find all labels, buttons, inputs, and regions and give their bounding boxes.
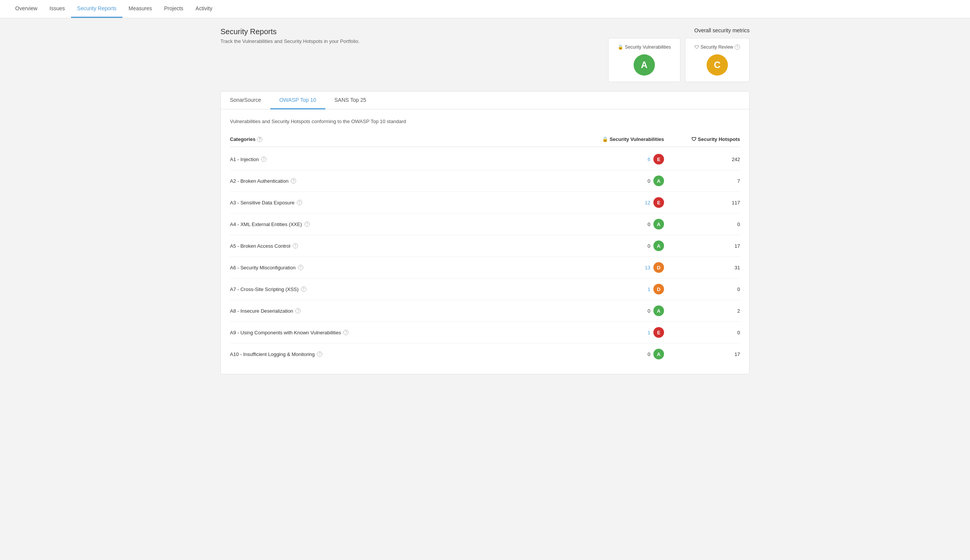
table-row: A3 - Sensitive Data Exposure ? 12 E 117 <box>230 192 740 213</box>
category-label: A10 - Insufficient Logging & Monitoring <box>230 352 315 357</box>
page-title: Security Reports <box>220 27 360 36</box>
grade-badge: D <box>653 262 664 273</box>
vuln-count[interactable]: 0 <box>641 178 650 184</box>
grade-badge: E <box>653 197 664 208</box>
hotspot-cell[interactable]: 31 <box>664 265 740 270</box>
main-content: Security Reports Track the Vulnerabiliti… <box>211 18 759 383</box>
vuln-cell: 1 D <box>565 284 664 295</box>
category-help-icon[interactable]: ? <box>291 178 296 183</box>
tab-description: Vulnerabilities and Security Hotspots co… <box>230 118 740 124</box>
category-cell: A4 - XML External Entities (XXE) ? <box>230 222 565 227</box>
hotspot-cell[interactable]: 117 <box>664 200 740 205</box>
category-help-icon[interactable]: ? <box>343 330 349 335</box>
hotspot-cell[interactable]: 242 <box>664 157 740 162</box>
vuln-count[interactable]: 0 <box>641 222 650 227</box>
nav-item-security-reports[interactable]: Security Reports <box>71 0 122 18</box>
grade-badge: A <box>653 349 664 359</box>
category-label: A2 - Broken Authentication <box>230 178 289 184</box>
vuln-cell: 13 D <box>565 262 664 273</box>
lock-icon-header: 🔒 <box>602 137 608 142</box>
grade-badge: D <box>653 284 664 295</box>
col-header-hotspots: 🛡 Security Hotspots <box>664 137 740 142</box>
category-label: A1 - Injection <box>230 157 259 162</box>
vuln-cell: 0 A <box>565 305 664 316</box>
page-header-left: Security Reports Track the Vulnerabiliti… <box>220 27 360 44</box>
category-help-icon[interactable]: ? <box>261 157 266 162</box>
hotspot-cell[interactable]: 17 <box>664 243 740 249</box>
vuln-count[interactable]: 1 <box>641 287 650 292</box>
col-header-categories: Categories ? <box>230 137 565 142</box>
vuln-count[interactable]: 0 <box>641 243 650 249</box>
metric-card-review: 🛡 Security Review ? C <box>685 38 750 82</box>
grade-badge: A <box>653 175 664 186</box>
category-cell: A9 - Using Components with Known Vulnera… <box>230 330 565 335</box>
category-cell: A10 - Insufficient Logging & Monitoring … <box>230 352 565 357</box>
categories-help-icon[interactable]: ? <box>257 137 262 142</box>
vuln-cell: 0 A <box>565 219 664 230</box>
table-row: A7 - Cross-Site Scripting (XSS) ? 1 D 0 <box>230 278 740 300</box>
tabs-header: SonarSource OWASP Top 10 SANS Top 25 <box>221 92 749 109</box>
category-label: A7 - Cross-Site Scripting (XSS) <box>230 287 299 292</box>
category-help-icon[interactable]: ? <box>304 222 310 227</box>
hotspot-cell[interactable]: 2 <box>664 308 740 314</box>
category-label: A4 - XML External Entities (XXE) <box>230 222 302 227</box>
metric-review-label: 🛡 Security Review ? <box>695 45 740 50</box>
table-row: A9 - Using Components with Known Vulnera… <box>230 322 740 343</box>
category-label: A5 - Broken Access Control <box>230 243 290 249</box>
hotspot-cell[interactable]: 0 <box>664 222 740 227</box>
grade-badge: E <box>653 327 664 338</box>
category-help-icon[interactable]: ? <box>298 265 303 270</box>
metric-vuln-grade: A <box>634 54 655 76</box>
grade-badge: E <box>653 154 664 165</box>
shield-icon-header: 🛡 <box>691 137 696 142</box>
vuln-count[interactable]: 0 <box>641 308 650 314</box>
category-label: A3 - Sensitive Data Exposure <box>230 200 295 205</box>
hotspot-cell[interactable]: 0 <box>664 330 740 335</box>
hotspot-cell[interactable]: 0 <box>664 287 740 292</box>
tab-owasp[interactable]: OWASP Top 10 <box>270 92 326 109</box>
metrics-section: Overall security metrics 🔒 Security Vuln… <box>608 27 750 82</box>
vuln-count[interactable]: 6 <box>641 157 650 162</box>
nav-item-measures[interactable]: Measures <box>122 0 158 18</box>
vuln-cell: 0 A <box>565 349 664 359</box>
vuln-count[interactable]: 0 <box>641 352 650 357</box>
metric-review-grade: C <box>706 54 728 76</box>
category-help-icon[interactable]: ? <box>296 308 301 313</box>
category-help-icon[interactable]: ? <box>317 352 322 357</box>
nav-item-projects[interactable]: Projects <box>158 0 190 18</box>
metrics-title: Overall security metrics <box>608 27 750 33</box>
page-header: Security Reports Track the Vulnerabiliti… <box>220 27 750 82</box>
nav-item-activity[interactable]: Activity <box>189 0 218 18</box>
vuln-count[interactable]: 13 <box>641 265 650 270</box>
category-cell: A6 - Security Misconfiguration ? <box>230 265 565 270</box>
hotspot-cell[interactable]: 7 <box>664 178 740 184</box>
category-cell: A5 - Broken Access Control ? <box>230 243 565 249</box>
tab-sonarsource[interactable]: SonarSource <box>221 92 270 109</box>
data-table: Categories ? 🔒 Security Vulnerabilities … <box>230 133 740 365</box>
tab-content: Vulnerabilities and Security Hotspots co… <box>221 109 749 374</box>
vuln-count[interactable]: 12 <box>641 200 650 205</box>
hotspot-cell[interactable]: 17 <box>664 352 740 357</box>
review-help-icon[interactable]: ? <box>735 45 740 50</box>
lock-icon: 🔒 <box>618 45 623 50</box>
category-help-icon[interactable]: ? <box>297 200 302 205</box>
shield-icon: 🛡 <box>695 45 699 50</box>
table-row: A2 - Broken Authentication ? 0 A 7 <box>230 170 740 192</box>
grade-badge: A <box>653 240 664 251</box>
nav-item-issues[interactable]: Issues <box>43 0 71 18</box>
tabs-section: SonarSource OWASP Top 10 SANS Top 25 Vul… <box>220 91 750 374</box>
table-header: Categories ? 🔒 Security Vulnerabilities … <box>230 133 740 147</box>
category-help-icon[interactable]: ? <box>293 243 298 248</box>
vuln-cell: 12 E <box>565 197 664 208</box>
category-cell: A8 - Insecure Deserialization ? <box>230 308 565 314</box>
grade-badge: A <box>653 305 664 316</box>
metric-vuln-label: 🔒 Security Vulnerabilities <box>618 45 671 50</box>
metrics-cards: 🔒 Security Vulnerabilities A 🛡 Security … <box>608 38 750 82</box>
table-row: A5 - Broken Access Control ? 0 A 17 <box>230 235 740 257</box>
category-label: A8 - Insecure Deserialization <box>230 308 293 314</box>
top-navigation: Overview Issues Security Reports Measure… <box>0 0 970 18</box>
nav-item-overview[interactable]: Overview <box>9 0 43 18</box>
category-help-icon[interactable]: ? <box>301 287 306 292</box>
tab-sans[interactable]: SANS Top 25 <box>326 92 376 109</box>
vuln-count[interactable]: 1 <box>641 330 650 335</box>
